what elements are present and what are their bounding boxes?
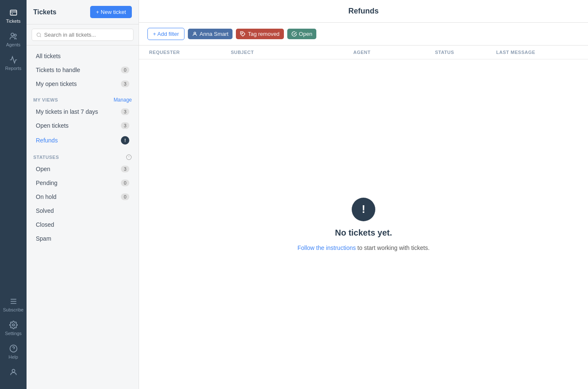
filter-bar: + Add filter Anna Smart Tag removed Open (139, 23, 588, 46)
chip-anna-smart-label: Anna Smart (200, 31, 229, 37)
sidebar-item-open-label: Open (36, 166, 50, 172)
sidebar-item-on-hold[interactable]: On hold 0 (29, 190, 136, 204)
main-title: Refunds (139, 0, 588, 23)
empty-state-description: Follow the instructions to start working… (297, 244, 430, 251)
empty-icon-text: ! (362, 203, 366, 216)
svg-line-13 (40, 36, 41, 37)
sidebar-item-my-open-tickets-label: My open tickets (36, 80, 77, 87)
search-box (27, 24, 139, 46)
search-input[interactable] (44, 32, 129, 38)
sidebar-item-open[interactable]: Open 3 (29, 162, 136, 176)
sidebar-item-pending[interactable]: Pending 0 (29, 176, 136, 190)
sidebar-item-all-tickets-label: All tickets (36, 53, 61, 59)
statuses-label: STATUSES (33, 155, 59, 160)
col-agent: AGENT (353, 50, 435, 55)
sidebar-item-pending-label: Pending (36, 180, 57, 186)
search-icon (36, 32, 42, 38)
svg-point-8 (12, 324, 14, 326)
statuses-section-label: STATUSES (27, 148, 139, 162)
sidebar-item-tickets-to-handle[interactable]: Tickets to handle 0 (29, 63, 136, 77)
sidebar-item-my-open-tickets[interactable]: My open tickets 3 (29, 77, 136, 91)
add-filter-button[interactable]: + Add filter (147, 28, 184, 40)
sidebar-title: Tickets (33, 8, 56, 16)
filter-chip-tag-removed[interactable]: Tag removed (236, 29, 283, 39)
table-header: REQUESTER SUBJECT AGENT STATUS LAST MESS… (139, 46, 588, 59)
sidebar-item-spam-label: Spam (36, 235, 51, 242)
tickets-to-handle-badge: 0 (121, 67, 129, 73)
sidebar-item-my-tickets-last-7-days-label: My tickets in last 7 days (36, 108, 98, 115)
agent-icon (192, 31, 198, 37)
search-input-wrap (32, 29, 134, 41)
pending-badge: 0 (121, 180, 129, 186)
sidebar-item-refunds-label: Refunds (36, 137, 58, 144)
sidebar-item-solved[interactable]: Solved (29, 204, 136, 217)
filter-chip-anna-smart[interactable]: Anna Smart (188, 29, 233, 39)
manage-link[interactable]: Manage (114, 97, 132, 103)
col-subject: SUBJECT (231, 50, 353, 55)
my-open-tickets-badge: 3 (121, 80, 129, 87)
empty-state-title: No tickets yet. (335, 228, 392, 238)
follow-instructions-link[interactable]: Follow the instructions (297, 244, 356, 251)
nav-agents[interactable]: Agents (0, 28, 27, 51)
chip-tag-removed-label: Tag removed (248, 31, 279, 37)
sidebar-item-closed-label: Closed (36, 221, 54, 228)
my-views-label: MY VIEWS (33, 97, 58, 102)
nav-bottom: Subscribe Settings Help (0, 293, 27, 385)
nav-tickets[interactable]: Tickets (0, 4, 27, 28)
left-navigation: Tickets Agents Reports Subscribe Setting… (0, 0, 27, 389)
main-content: Refunds + Add filter Anna Smart Tag remo… (139, 0, 588, 389)
nav-tickets-label: Tickets (6, 19, 20, 24)
empty-state-icon: ! (352, 198, 375, 221)
my-views-section-label: MY VIEWS Manage (27, 91, 139, 105)
svg-point-4 (14, 34, 16, 36)
sidebar-item-open-tickets-label: Open tickets (36, 122, 69, 129)
statuses-info-icon (126, 154, 132, 160)
sidebar-nav: All tickets Tickets to handle 0 My open … (27, 46, 139, 389)
nav-subscribe-label: Subscribe (3, 307, 24, 312)
nav-settings[interactable]: Settings (0, 317, 27, 340)
tag-icon (240, 31, 246, 37)
refunds-badge: ! (121, 136, 129, 145)
sidebar: Tickets + New ticket All tickets Tickets… (27, 0, 139, 389)
open-tickets-badge: 3 (121, 122, 129, 129)
nav-profile[interactable] (0, 364, 27, 381)
nav-reports[interactable]: Reports (0, 51, 27, 75)
sidebar-item-refunds[interactable]: Refunds ! (29, 133, 136, 148)
col-requester: REQUESTER (149, 50, 231, 55)
svg-point-3 (11, 33, 14, 36)
svg-rect-0 (10, 10, 16, 15)
col-status: STATUS (435, 50, 496, 55)
nav-settings-label: Settings (5, 331, 22, 336)
on-hold-badge: 0 (121, 193, 129, 200)
nav-subscribe[interactable]: Subscribe (0, 293, 27, 317)
sidebar-item-tickets-to-handle-label: Tickets to handle (36, 67, 80, 73)
sidebar-item-my-tickets-last-7-days[interactable]: My tickets in last 7 days 3 (29, 105, 136, 118)
chip-open-label: Open (299, 31, 313, 37)
empty-desc-post: to start working with tickets. (356, 244, 430, 251)
new-ticket-button[interactable]: + New ticket (90, 6, 132, 18)
nav-help-label: Help (8, 354, 18, 359)
open-badge: 3 (121, 166, 129, 172)
sidebar-item-on-hold-label: On hold (36, 193, 56, 200)
sidebar-item-solved-label: Solved (36, 207, 54, 214)
nav-reports-label: Reports (5, 66, 21, 71)
check-circle-icon (291, 31, 297, 37)
sidebar-item-closed[interactable]: Closed (29, 218, 136, 231)
svg-point-11 (12, 369, 15, 372)
filter-chip-open[interactable]: Open (287, 29, 317, 39)
sidebar-header: Tickets + New ticket (27, 0, 139, 24)
my-tickets-last-7-days-badge: 3 (121, 108, 129, 115)
svg-point-17 (194, 32, 195, 34)
nav-agents-label: Agents (6, 42, 20, 47)
empty-state: ! No tickets yet. Follow the instruction… (139, 59, 588, 389)
svg-point-12 (37, 33, 41, 37)
col-last-message: LAST MESSAGE (496, 50, 578, 55)
nav-help[interactable]: Help (0, 340, 27, 364)
sidebar-item-all-tickets[interactable]: All tickets (29, 49, 136, 63)
sidebar-item-open-tickets[interactable]: Open tickets 3 (29, 119, 136, 132)
svg-point-18 (242, 33, 243, 34)
sidebar-item-spam[interactable]: Spam (29, 232, 136, 245)
